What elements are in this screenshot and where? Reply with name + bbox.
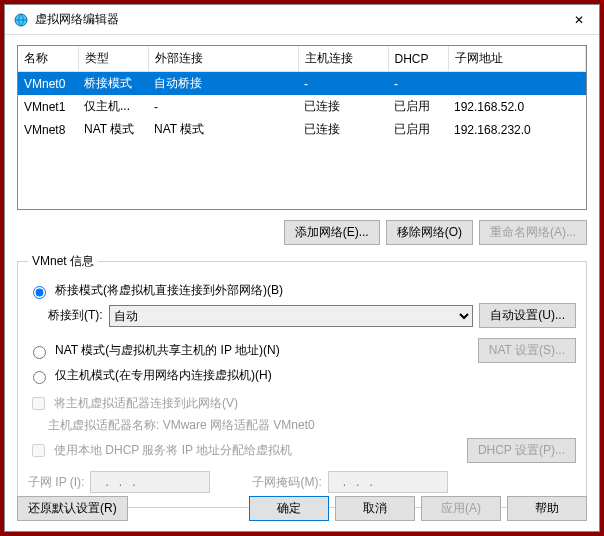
bridge-to-label: 桥接到(T): (48, 307, 103, 324)
bridge-radio-label: 桥接模式(将虚拟机直接连接到外部网络)(B) (55, 282, 283, 299)
bridge-mode-row: 桥接模式(将虚拟机直接连接到外部网络)(B) (28, 282, 576, 299)
apply-button: 应用(A) (421, 496, 501, 521)
ok-button[interactable]: 确定 (249, 496, 329, 521)
network-table[interactable]: 名称 类型 外部连接 主机连接 DHCP 子网地址 VMnet0桥接模式自动桥接… (17, 45, 587, 210)
table-header-row: 名称 类型 外部连接 主机连接 DHCP 子网地址 (18, 46, 586, 72)
dhcp-settings-button: DHCP 设置(P)... (467, 438, 576, 463)
adapter-name-row: 主机虚拟适配器名称: VMware 网络适配器 VMnet0 (48, 417, 576, 434)
nat-mode-row: NAT 模式(与虚拟机共享主机的 IP 地址)(N) NAT 设置(S)... (28, 338, 576, 363)
connect-host-label: 将主机虚拟适配器连接到此网络(V) (54, 395, 238, 412)
dialog-footer: 还原默认设置(R) 确定 取消 应用(A) 帮助 (5, 486, 599, 531)
table-row[interactable]: VMnet8NAT 模式NAT 模式已连接已启用192.168.232.0 (18, 118, 586, 141)
close-button[interactable]: ✕ (559, 5, 599, 35)
bridge-to-select[interactable]: 自动 (109, 305, 474, 327)
vnet-editor-dialog: 虚拟网络编辑器 ✕ 名称 类型 外部连接 主机连接 DHCP 子网地址 VMne… (4, 4, 600, 532)
bridge-radio[interactable] (33, 286, 46, 299)
remove-network-button[interactable]: 移除网络(O) (386, 220, 473, 245)
use-dhcp-label: 使用本地 DHCP 服务将 IP 地址分配给虚拟机 (54, 442, 292, 459)
col-host[interactable]: 主机连接 (298, 46, 388, 72)
table-row[interactable]: VMnet0桥接模式自动桥接-- (18, 72, 586, 96)
col-ext[interactable]: 外部连接 (148, 46, 298, 72)
col-name[interactable]: 名称 (18, 46, 78, 72)
help-button[interactable]: 帮助 (507, 496, 587, 521)
app-icon (13, 12, 29, 28)
connect-host-row: 将主机虚拟适配器连接到此网络(V) (28, 394, 576, 413)
dialog-body: 名称 类型 外部连接 主机连接 DHCP 子网地址 VMnet0桥接模式自动桥接… (5, 35, 599, 508)
network-buttons: 添加网络(E)... 移除网络(O) 重命名网络(A)... (17, 220, 587, 245)
use-dhcp-check (32, 444, 45, 457)
adapter-name-text: 主机虚拟适配器名称: VMware 网络适配器 VMnet0 (48, 417, 315, 434)
vmnet-info-group: VMnet 信息 桥接模式(将虚拟机直接连接到外部网络)(B) 桥接到(T): … (17, 253, 587, 508)
table-row[interactable]: VMnet1仅主机...-已连接已启用192.168.52.0 (18, 95, 586, 118)
auto-settings-button[interactable]: 自动设置(U)... (479, 303, 576, 328)
restore-defaults-button[interactable]: 还原默认设置(R) (17, 496, 128, 521)
cancel-button[interactable]: 取消 (335, 496, 415, 521)
hostonly-radio[interactable] (33, 371, 46, 384)
titlebar: 虚拟网络编辑器 ✕ (5, 5, 599, 35)
add-network-button[interactable]: 添加网络(E)... (284, 220, 380, 245)
col-type[interactable]: 类型 (78, 46, 148, 72)
hostonly-radio-label: 仅主机模式(在专用网络内连接虚拟机)(H) (55, 367, 272, 384)
window-title: 虚拟网络编辑器 (35, 11, 559, 28)
rename-network-button: 重命名网络(A)... (479, 220, 587, 245)
bridge-to-row: 桥接到(T): 自动 自动设置(U)... (48, 303, 576, 328)
col-subnet[interactable]: 子网地址 (448, 46, 586, 72)
col-dhcp[interactable]: DHCP (388, 46, 448, 72)
nat-radio-label: NAT 模式(与虚拟机共享主机的 IP 地址)(N) (55, 342, 280, 359)
use-dhcp-row: 使用本地 DHCP 服务将 IP 地址分配给虚拟机 DHCP 设置(P)... (28, 438, 576, 463)
vmnet-info-legend: VMnet 信息 (28, 253, 98, 270)
connect-host-check (32, 397, 45, 410)
nat-settings-button: NAT 设置(S)... (478, 338, 576, 363)
nat-radio[interactable] (33, 346, 46, 359)
hostonly-mode-row: 仅主机模式(在专用网络内连接虚拟机)(H) (28, 367, 576, 384)
